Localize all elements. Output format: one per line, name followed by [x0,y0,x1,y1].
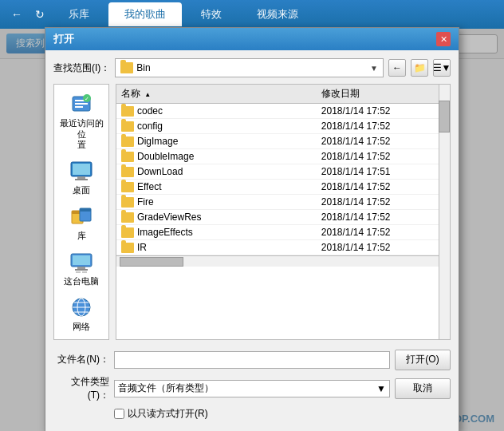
sidebar-item-recent[interactable]: ✓ 最近访问的位置 [57,89,105,152]
file-date: 2018/1/14 17:52 [317,149,450,164]
file-date: 2018/1/14 17:52 [317,134,450,149]
dialog-close-button[interactable]: ✕ [436,32,451,46]
file-date: 2018/1/14 17:52 [317,225,450,240]
file-name: config [137,121,163,132]
sidebar-icons: ✓ 最近访问的位置 [53,84,109,339]
table-row[interactable]: DigImage 2018/1/14 17:52 [116,134,450,149]
dialog-overlay: 打开 ✕ 查找范围(I)： Bin ▼ ← 📁 [0,29,504,431]
folder-icon-small [120,62,133,73]
readonly-row: 以只读方式打开(R) [53,407,451,421]
file-name: IR [137,242,147,253]
open-button[interactable]: 打开(O) [395,350,451,370]
folder-icon [121,212,134,223]
column-modified[interactable]: 修改日期 [317,85,450,104]
svg-rect-19 [82,271,87,273]
cancel-button[interactable]: 取消 [395,378,451,399]
sidebar-recent-label: 最近访问的位置 [59,118,104,150]
file-table: 名称 ▲ 修改日期 codec [116,85,450,255]
svg-rect-18 [76,271,81,273]
refresh-button[interactable]: ↻ [30,5,49,24]
bottom-form: 文件名(N)： 打开(O) 文件类型(T)： 音频文件（所有类型） ▼ 取消 [53,346,451,424]
table-row[interactable]: DownLoad 2018/1/14 17:51 [116,164,450,180]
location-value: Bin [136,62,150,73]
folder-icon [121,152,134,162]
svg-rect-16 [77,267,85,269]
table-row[interactable]: GradeViewRes 2018/1/14 17:52 [116,210,450,225]
sidebar-item-computer[interactable]: 这台电脑 [57,247,105,288]
filename-label: 文件名(N)： [53,353,109,366]
svg-rect-8 [77,176,85,179]
file-date: 2018/1/14 17:52 [317,119,450,134]
file-name: DownLoad [137,166,183,177]
folder-icon [121,243,134,253]
file-date: 2018/1/14 17:52 [317,240,450,255]
svg-rect-17 [75,269,88,271]
file-name: Fire [137,196,154,208]
nav-view-button[interactable]: ☰▼ [433,59,451,77]
sort-arrow-icon: ▲ [144,91,151,98]
svg-rect-3 [75,106,83,108]
computer-icon [69,249,94,275]
svg-rect-7 [73,164,90,175]
table-row[interactable]: config 2018/1/14 17:52 [116,119,450,134]
table-row[interactable]: IR 2018/1/14 17:52 [116,240,450,255]
filetype-row: 文件类型(T)： 音频文件（所有类型） ▼ 取消 [53,375,451,402]
file-date: 2018/1/14 17:52 [317,104,450,119]
sidebar-network-label: 网络 [73,322,90,332]
sidebar-computer-label: 这台电脑 [64,276,99,287]
nav-new-folder-button[interactable]: 📁 [411,59,428,77]
file-name: DigImage [137,136,178,147]
sidebar-library-label: 库 [77,231,86,241]
dialog-titlebar: 打开 ✕ [45,28,459,50]
folder-icon [121,167,134,177]
location-combo[interactable]: Bin ▼ [115,58,384,77]
file-name: GradeViewRes [137,212,201,223]
tab-my-songs[interactable]: 我的歌曲 [108,2,182,26]
file-name: DoubleImage [137,151,194,162]
v-scrollbar-thumb[interactable] [439,101,450,132]
readonly-checkbox[interactable] [114,409,124,419]
filetype-combo[interactable]: 音频文件（所有类型） ▼ [114,380,390,397]
chevron-down-icon: ▼ [370,64,378,73]
filetype-arrow-icon: ▼ [376,383,386,394]
recent-icon: ✓ [69,91,94,117]
svg-rect-15 [73,255,90,265]
nav-back-button[interactable]: ← [388,59,406,77]
file-name: ImageEffects [137,227,193,238]
tab-effects[interactable]: 特效 [185,2,238,26]
svg-rect-2 [75,103,88,105]
sidebar-item-library[interactable]: 库 [57,202,105,243]
folder-icon [121,197,134,208]
file-table-wrapper: 名称 ▲ 修改日期 codec [116,84,451,339]
filename-input[interactable] [114,351,390,369]
sidebar-desktop-label: 桌面 [73,185,90,196]
filetype-label: 文件类型(T)： [53,375,109,402]
folder-icon [121,136,134,147]
table-row[interactable]: DoubleImage 2018/1/14 17:52 [116,149,450,164]
table-row[interactable]: Effect 2018/1/14 17:52 [116,180,450,195]
tab-library[interactable]: 乐库 [53,2,105,26]
dialog-body: 查找范围(I)： Bin ▼ ← 📁 ☰▼ [45,50,459,431]
table-row[interactable]: ImageEffects 2018/1/14 17:52 [116,225,450,240]
column-name[interactable]: 名称 ▲ [116,85,317,104]
file-date: 2018/1/14 17:51 [317,164,450,180]
folder-icon [121,106,134,117]
folder-icon [121,121,134,132]
h-scrollbar-thumb[interactable] [120,257,183,267]
vertical-scrollbar[interactable] [439,85,450,338]
tab-video-source[interactable]: 视频来源 [241,2,314,26]
readonly-label: 以只读方式打开(R) [128,407,208,421]
open-dialog: 打开 ✕ 查找范围(I)： Bin ▼ ← 📁 [45,27,459,431]
library-icon [69,204,94,229]
filetype-value: 音频文件（所有类型） [118,382,214,395]
table-row[interactable]: Fire 2018/1/14 17:52 [116,195,450,210]
horizontal-scrollbar[interactable] [116,255,439,267]
file-date: 2018/1/14 17:52 [317,180,450,195]
sidebar-item-desktop[interactable]: 桌面 [57,156,105,197]
back-button[interactable]: ← [6,5,27,24]
sidebar-item-network[interactable]: 网络 [57,293,105,334]
table-row[interactable]: codec 2018/1/14 17:52 [116,104,450,119]
dialog-title: 打开 [53,32,74,46]
file-name: Effect [137,181,161,192]
network-icon [69,295,94,320]
